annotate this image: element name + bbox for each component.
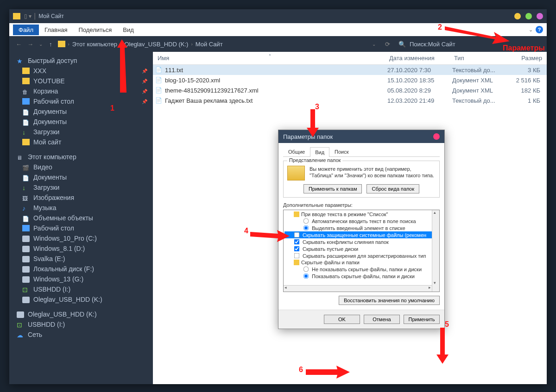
file-row[interactable]: 📄blog-10-15-2020.xml15.10.2020 18:35Доку… [153,75,547,85]
check-hide-merge[interactable] [294,239,300,245]
search-box[interactable]: 🔍 Поиск: Мой Сайт [395,41,543,48]
menu-home[interactable]: Главная [39,25,73,35]
tree-node[interactable]: Скрывать расширения для зарегистрированн… [303,253,426,259]
sidebar-item[interactable]: Документы [9,106,153,117]
sidebar-item[interactable]: Oleglav_USB_HDD (K:) [9,309,153,319]
check-hide-system[interactable] [294,232,300,238]
sidebar-item[interactable]: Загрузки [9,127,153,137]
tab-view[interactable]: Вид [310,147,329,157]
sidebar-item[interactable]: XXX📌 [9,66,153,76]
sidebar-item[interactable]: Svalka (E:) [9,254,153,264]
refresh-button[interactable]: ⟳ [380,41,395,48]
sidebar-item[interactable]: Windows_8.1 (D:) [9,243,153,254]
tree-node[interactable]: При вводе текста в режиме "Список" [301,212,388,217]
reset-folders-button[interactable]: Сброс вида папок [366,184,419,193]
file-row[interactable]: 📄111.txt27.10.2020 7:30Текстовый до...3 … [153,65,547,75]
col-type[interactable]: Тип [449,55,510,62]
path-folder[interactable]: Мой Сайт [194,41,225,48]
restore-defaults-button[interactable]: Восстановить значения по умолчанию [339,296,440,305]
file-row[interactable]: 📄theme-4815290911239217627.xml05.08.2020… [153,85,547,95]
sidebar-item[interactable]: YOUTUBE📌 [9,76,153,86]
menu-view[interactable]: Вид [117,25,139,35]
path-folder-icon [58,41,65,47]
tree-node[interactable]: Скрытые файлы и папки [301,260,360,265]
apply-to-folders-button[interactable]: Применить к папкам [303,184,362,193]
advanced-label: Дополнительные параметры: [283,202,440,208]
radio-select-item[interactable] [303,225,309,231]
sidebar-item[interactable]: Загрузки [9,182,153,193]
sidebar-item[interactable]: Изображения [9,193,153,203]
tree-node[interactable]: Автоматически вводить текст в поле поиск… [312,218,416,224]
search-text: Мой Сайт [428,41,455,48]
tree-node[interactable]: Скрывать пустые диски [303,246,358,252]
tab-general[interactable]: Общие [283,147,310,156]
tree-node[interactable]: Скрывать конфликты слияния папок [303,239,389,245]
help-icon[interactable]: ? [536,26,543,33]
radio-dont-show-hidden[interactable] [303,267,309,272]
col-name[interactable]: Имя [153,55,385,62]
recent-dropdown[interactable]: ⌄ [36,42,45,47]
close-button[interactable] [537,13,543,19]
col-date[interactable]: Дата изменения [385,55,449,62]
path-root[interactable]: Этот компьютер [70,41,119,48]
address-bar: ← → ⌄ ↑ › Этот компьютер › Oleglav_USB_H… [9,36,547,52]
sidebar-item[interactable]: Windows_13 (G:) [9,274,153,284]
path-chev[interactable]: › [119,42,122,47]
sidebar-item[interactable]: Видео [9,162,153,172]
check-hide-empty[interactable] [294,246,300,252]
sidebar-item[interactable]: Документы [9,172,153,182]
dialog-close-button[interactable] [433,133,440,140]
sidebar-item[interactable]: Сеть [9,330,153,340]
path-chev[interactable]: › [190,42,193,47]
sidebar-item[interactable]: Корзина📌 [9,86,153,96]
qat-divider: ▯ ▾ │ [24,13,37,19]
ok-button[interactable]: OK [324,315,360,324]
path-dropdown[interactable]: ⌄ [367,42,380,47]
file-name: 111.txt [165,67,387,74]
sidebar-item[interactable]: USBHDD (I:) [9,319,153,330]
sidebar-item[interactable]: Рабочий стол📌 [9,96,153,106]
tab-search[interactable]: Поиск [329,147,354,156]
tree-node[interactable]: Показывать скрытые файлы, папки и диски [312,274,415,279]
menu-share[interactable]: Поделиться [73,25,117,35]
tree-node-hide-system-files[interactable]: Скрывать защищенные системные файлы (рек… [303,232,426,238]
ribbon-expand-icon[interactable]: ⌄ [529,27,533,33]
file-type: Текстовый до... [452,97,512,104]
sidebar-item[interactable]: Документы [9,117,153,127]
dialog-title-bar: Параметры папок [278,130,444,143]
quick-access-label: Быстрый доступ [28,57,77,64]
path-chev[interactable]: › [67,42,70,47]
sidebar-item[interactable]: Oleglav_USB_HDD (K:) [9,294,153,305]
sidebar-item[interactable]: USBHDD (I:) [9,284,153,294]
advanced-settings-tree[interactable]: При вводе текста в режиме "Список" Автом… [283,210,440,292]
sidebar-item[interactable]: Локальный диск (F:) [9,264,153,274]
back-button[interactable]: ← [13,41,25,48]
sidebar-item-label: Рабочий стол [33,98,74,105]
sidebar-item[interactable]: Windows_10_Pro (C:) [9,233,153,243]
file-row[interactable]: 📄Гаджет Ваша реклама здесь.txt12.03.2020… [153,95,547,106]
this-pc-header[interactable]: Этот компьютер [9,152,153,162]
sidebar-item[interactable]: Рабочий стол [9,223,153,233]
tree-node[interactable]: Выделять введенный элемент в списке [312,225,405,231]
check-hide-ext[interactable] [294,253,300,259]
tree-node[interactable]: Не показывать скрытые файлы, папки и дис… [312,267,422,272]
max-button[interactable] [525,13,532,19]
tree-vscrollbar[interactable] [432,210,439,292]
sidebar-item[interactable]: Музыка [9,203,153,213]
tree-hscrollbar[interactable] [284,285,432,292]
menu-file[interactable]: Файл [13,25,39,35]
sidebar-item[interactable]: Мой сайт [9,137,153,147]
path-drive[interactable]: Oleglav_USB_HDD (K:) [122,41,190,48]
radio-auto-search[interactable] [303,218,309,224]
dialog-footer: OK Отмена Применить [278,310,444,329]
forward-button[interactable]: → [25,41,36,48]
radio-show-hidden[interactable] [303,274,309,279]
col-size[interactable]: Размер [510,55,547,62]
up-button[interactable]: ↑ [45,41,56,48]
sidebar-item-label: Видео [33,163,52,171]
sidebar-item[interactable]: Объемные объекты [9,213,153,223]
cancel-button[interactable]: Отмена [364,315,400,324]
quick-access-header[interactable]: Быстрый доступ [9,56,153,66]
apply-button[interactable]: Применить [404,315,440,324]
min-button[interactable] [514,13,521,19]
